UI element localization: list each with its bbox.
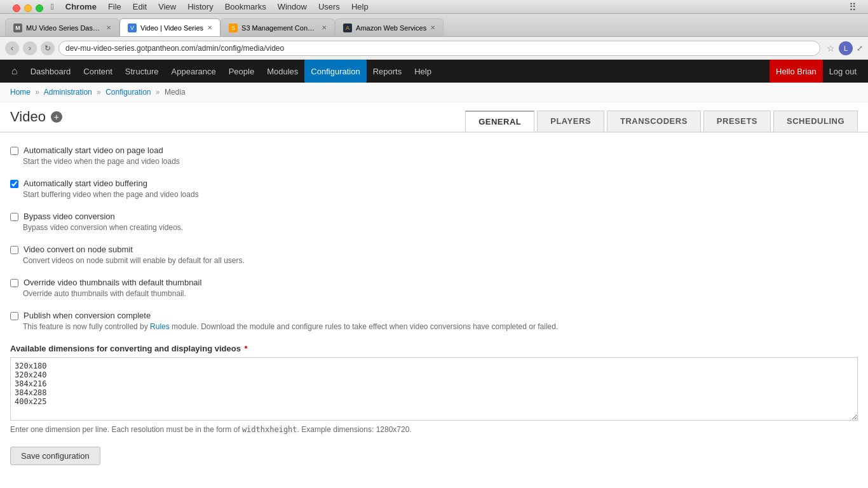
view-menu[interactable]: View [158, 2, 176, 11]
checkbox-convert-node-submit[interactable] [10, 246, 18, 254]
tab-close-aws[interactable]: ✕ [430, 24, 435, 31]
page-header-area: Video + GENERAL PLAYERS TRANSCODERS PRES… [0, 102, 868, 133]
desc-override-thumbnails: Override auto thumbnails with default th… [23, 289, 858, 298]
rules-link[interactable]: Rules [150, 322, 170, 331]
checkbox-override-thumbnails[interactable] [10, 279, 18, 287]
field-auto-start-video: Automatically start video on page load S… [10, 146, 858, 166]
tab-general[interactable]: GENERAL [465, 111, 534, 132]
breadcrumb-administration[interactable]: Administration [44, 88, 92, 97]
browser-tab-video[interactable]: V Video | Video Series ✕ [119, 18, 220, 36]
browser-tab-s3[interactable]: S S3 Management Console ✕ [220, 18, 335, 36]
nav-structure[interactable]: Structure [119, 60, 165, 83]
tab-label-s3: S3 Management Console [241, 24, 318, 32]
breadcrumb: Home » Administration » Configuration » … [0, 83, 868, 102]
desc-convert-node-submit: Convert videos on node submit will enabl… [23, 256, 858, 265]
reload-button[interactable]: ↻ [41, 41, 55, 55]
close-window-button[interactable] [13, 4, 20, 12]
nav-configuration[interactable]: Configuration [304, 60, 366, 83]
main-content: Automatically start video on page load S… [0, 133, 868, 478]
field-convert-node-submit: Video convert on node submit Convert vid… [10, 245, 858, 265]
label-convert-node-submit[interactable]: Video convert on node submit [24, 245, 133, 254]
tab-close-video[interactable]: ✕ [207, 24, 212, 31]
file-menu[interactable]: File [108, 2, 121, 11]
breadcrumb-home[interactable]: Home [10, 88, 31, 97]
traffic-lights [13, 4, 43, 12]
forward-button[interactable]: › [23, 41, 37, 55]
url-input[interactable]: dev-mu-video-series.gotpantheon.com/admi… [58, 41, 820, 56]
url-text: dev-mu-video-series.gotpantheon.com/admi… [65, 44, 284, 53]
user-profile-icon[interactable]: L [839, 41, 853, 55]
breadcrumb-media: Media [165, 88, 186, 97]
chrome-menu[interactable]: Chrome [65, 2, 97, 11]
logout-button[interactable]: Log out [823, 60, 863, 83]
tab-close-mu[interactable]: ✕ [106, 24, 111, 31]
browser-tab-aws[interactable]: A Amazon Web Services ✕ [335, 18, 444, 36]
desc-auto-buffer: Start buffering video when the page and … [23, 190, 858, 199]
maximize-window-button[interactable] [36, 4, 43, 12]
page-title: Video [10, 109, 46, 125]
tab-favicon-s3: S [229, 24, 238, 32]
breadcrumb-sep-2: » [97, 88, 101, 97]
tab-presets[interactable]: PRESETS [703, 111, 771, 132]
page-title-row: Video + [10, 109, 62, 132]
nav-content[interactable]: Content [77, 60, 119, 83]
field-override-thumbnails: Override video thumbnails with default t… [10, 278, 858, 298]
checkbox-bypass-conversion[interactable] [10, 213, 18, 221]
tab-label-mu: MU Video Series Dashboa... [26, 24, 102, 32]
add-video-button[interactable]: + [51, 111, 62, 123]
desc-bypass-conversion: Bypass video conversion when creating vi… [23, 223, 858, 232]
checkbox-auto-buffer[interactable] [10, 180, 18, 188]
checkbox-publish-complete[interactable] [10, 312, 18, 320]
window-menu[interactable]: Window [278, 2, 307, 11]
tab-favicon-mu: M [13, 24, 22, 32]
browser-tab-mu[interactable]: M MU Video Series Dashboa... ✕ [5, 18, 119, 36]
browser-tabs-bar: M MU Video Series Dashboa... ✕ V Video |… [0, 14, 868, 37]
edit-menu[interactable]: Edit [133, 2, 147, 11]
checkbox-auto-start-video[interactable] [10, 147, 18, 155]
bookmark-icon[interactable]: ☆ [827, 43, 835, 53]
breadcrumb-sep-3: » [156, 88, 160, 97]
nav-reports[interactable]: Reports [367, 60, 409, 83]
address-bar: ‹ › ↻ dev-mu-video-series.gotpantheon.co… [0, 37, 868, 60]
label-auto-buffer[interactable]: Automatically start video buffering [24, 179, 147, 188]
history-menu[interactable]: History [187, 2, 213, 11]
label-override-thumbnails[interactable]: Override video thumbnails with default t… [24, 278, 201, 287]
breadcrumb-sep-1: » [35, 88, 39, 97]
desc-auto-start-video: Start the video when the page and video … [23, 157, 858, 166]
back-button[interactable]: ‹ [5, 41, 19, 55]
tab-favicon-video: V [128, 24, 137, 32]
tab-transcoders[interactable]: TRANSCODERS [607, 111, 701, 132]
breadcrumb-configuration[interactable]: Configuration [105, 88, 151, 97]
field-auto-buffer: Automatically start video buffering Star… [10, 179, 858, 199]
required-marker: * [242, 344, 248, 353]
minimize-window-button[interactable] [24, 4, 32, 12]
help-menu[interactable]: Help [351, 2, 369, 11]
content-tabs: GENERAL PLAYERS TRANSCODERS PRESETS SCHE… [464, 111, 858, 132]
save-configuration-button[interactable]: Save configuration [10, 447, 100, 465]
dimensions-textarea[interactable]: 320x180 320x240 384x216 384x288 400x225 [10, 357, 858, 421]
hello-user-button[interactable]: Hello Brian [770, 60, 823, 83]
label-auto-start-video[interactable]: Automatically start video on page load [24, 146, 163, 155]
dimensions-section: Available dimensions for converting and … [10, 344, 858, 434]
tab-players[interactable]: PLAYERS [537, 111, 604, 132]
label-bypass-conversion[interactable]: Bypass video conversion [24, 212, 115, 221]
expand-icon[interactable]: ⤢ [857, 44, 863, 53]
field-bypass-conversion: Bypass video conversion Bypass video con… [10, 212, 858, 232]
apple-menu[interactable]:  [51, 2, 54, 11]
label-publish-complete[interactable]: Publish when conversion complete [24, 311, 151, 320]
tab-favicon-aws: A [343, 24, 352, 32]
bookmarks-menu[interactable]: Bookmarks [225, 2, 266, 11]
tab-close-s3[interactable]: ✕ [322, 24, 327, 31]
desc-publish-complete: This feature is now fully controlled by … [23, 322, 858, 331]
dimensions-label: Available dimensions for converting and … [10, 344, 858, 353]
nav-dashboard[interactable]: Dashboard [24, 60, 78, 83]
nav-people[interactable]: People [222, 60, 261, 83]
drupal-navbar: ⌂ Dashboard Content Structure Appearance… [0, 60, 868, 83]
nav-modules[interactable]: Modules [261, 60, 304, 83]
tab-scheduling[interactable]: SCHEDULING [773, 111, 858, 132]
users-menu[interactable]: Users [318, 2, 340, 11]
nav-home[interactable]: ⌂ [5, 60, 24, 83]
field-publish-complete: Publish when conversion complete This fe… [10, 311, 858, 331]
nav-appearance[interactable]: Appearance [165, 60, 222, 83]
nav-help[interactable]: Help [408, 60, 438, 83]
